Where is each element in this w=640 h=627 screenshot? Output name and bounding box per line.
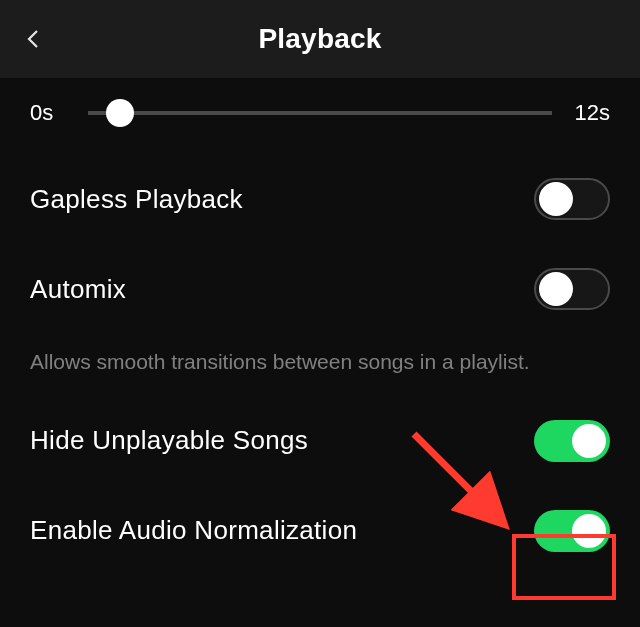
setting-row-normalize: Enable Audio Normalization [30, 510, 610, 552]
hide-toggle[interactable] [534, 420, 610, 462]
back-button[interactable] [22, 27, 46, 51]
gapless-label: Gapless Playback [30, 184, 243, 215]
slider-min-label: 0s [30, 100, 76, 126]
content: 0s 12s Gapless Playback Automix Allows s… [0, 78, 640, 552]
normalize-toggle[interactable] [534, 510, 610, 552]
automix-description: Allows smooth transitions between songs … [30, 346, 610, 378]
chevron-left-icon [22, 27, 46, 51]
toggle-knob [539, 272, 573, 306]
slider-max-label: 12s [564, 100, 610, 126]
page-title: Playback [258, 23, 381, 55]
setting-row-hide: Hide Unplayable Songs [30, 420, 610, 462]
setting-row-automix: Automix [30, 268, 610, 310]
crossfade-slider-row: 0s 12s [30, 100, 610, 126]
gapless-toggle[interactable] [534, 178, 610, 220]
setting-row-gapless: Gapless Playback [30, 178, 610, 220]
toggle-knob [539, 182, 573, 216]
toggle-knob [572, 424, 606, 458]
header: Playback [0, 0, 640, 78]
hide-label: Hide Unplayable Songs [30, 425, 308, 456]
automix-label: Automix [30, 274, 126, 305]
automix-toggle[interactable] [534, 268, 610, 310]
slider-thumb[interactable] [106, 99, 134, 127]
normalize-label: Enable Audio Normalization [30, 515, 357, 546]
crossfade-slider[interactable] [88, 111, 552, 115]
toggle-knob [572, 514, 606, 548]
